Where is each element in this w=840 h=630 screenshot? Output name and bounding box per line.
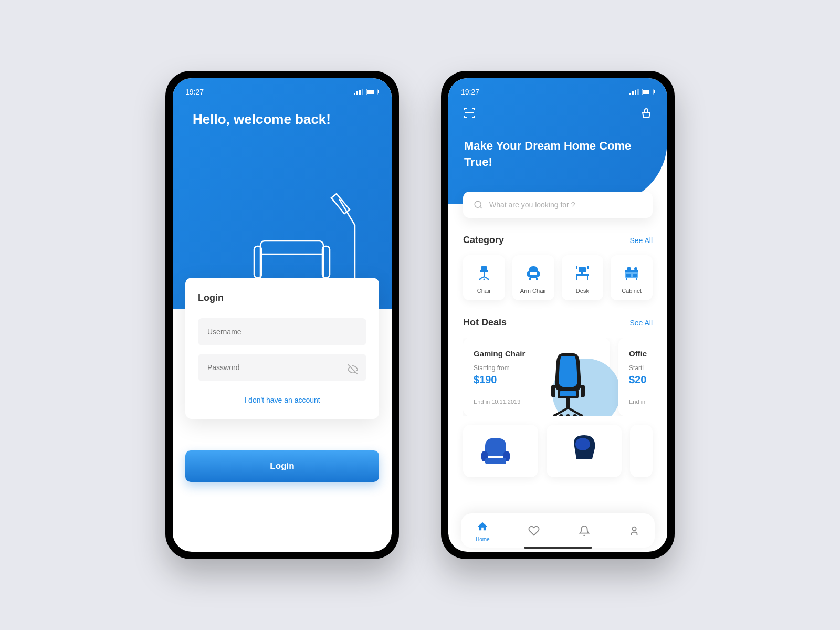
- svg-rect-59: [566, 398, 570, 408]
- armchair-icon: [523, 262, 543, 282]
- category-label: Arm Chair: [520, 288, 547, 294]
- home-screen: 19:27 Make Your Dream Home Come True!: [448, 78, 667, 552]
- gaming-chair-image: [537, 348, 605, 416]
- home-title: Make Your Dream Home Come True!: [448, 128, 667, 181]
- desk-icon: [572, 262, 592, 282]
- login-button[interactable]: Login: [185, 450, 379, 482]
- login-screen: 19:27 Hello, welcome back!: [173, 78, 392, 552]
- deal-price: $20: [629, 374, 653, 386]
- svg-point-63: [559, 414, 563, 416]
- svg-point-54: [634, 267, 637, 270]
- cabinet-icon: [622, 262, 642, 282]
- svg-rect-2: [359, 90, 361, 95]
- phone-frame-login: 19:27 Hello, welcome back!: [165, 71, 399, 559]
- svg-rect-10: [260, 241, 323, 283]
- svg-rect-5: [368, 90, 374, 94]
- category-see-all[interactable]: See All: [629, 236, 653, 245]
- nav-profile[interactable]: [628, 525, 640, 539]
- svg-rect-58: [581, 385, 585, 397]
- signal-icon: [629, 89, 639, 95]
- basket-icon[interactable]: [640, 107, 653, 121]
- nav-favorites[interactable]: [528, 525, 540, 539]
- svg-rect-45: [576, 266, 577, 269]
- svg-rect-25: [654, 90, 655, 93]
- bell-icon: [579, 525, 590, 539]
- category-desk[interactable]: Desk: [562, 255, 604, 300]
- svg-rect-22: [637, 89, 639, 95]
- deal-card-office[interactable]: Offic Starti $20 End in: [618, 338, 653, 416]
- login-greeting: Hello, welcome back!: [173, 100, 392, 139]
- product-card[interactable]: [630, 425, 653, 477]
- svg-point-27: [475, 201, 481, 207]
- svg-rect-21: [635, 90, 636, 95]
- status-time: 19:27: [461, 88, 479, 96]
- product-card[interactable]: [547, 425, 622, 477]
- eye-off-icon[interactable]: [348, 364, 358, 377]
- svg-rect-46: [587, 266, 589, 269]
- password-input[interactable]: [198, 354, 366, 381]
- scan-icon[interactable]: [463, 107, 476, 121]
- svg-rect-37: [529, 275, 538, 278]
- svg-rect-42: [576, 274, 589, 276]
- status-bar: 19:27: [448, 78, 667, 100]
- product-row: [448, 425, 667, 477]
- deal-end: End in: [629, 398, 653, 405]
- no-account-link[interactable]: I don't have an account: [198, 396, 366, 404]
- nav-home-label: Home: [476, 537, 490, 542]
- login-card: Login I don't have an account: [185, 278, 379, 419]
- svg-rect-41: [581, 272, 583, 274]
- svg-rect-20: [632, 91, 634, 95]
- category-chair[interactable]: Chair: [463, 255, 505, 300]
- search-box[interactable]: [463, 192, 653, 218]
- category-title: Category: [463, 235, 504, 246]
- category-armchair[interactable]: Arm Chair: [512, 255, 554, 300]
- deals-title: Hot Deals: [463, 317, 507, 328]
- username-input[interactable]: [198, 318, 366, 345]
- svg-point-68: [575, 438, 590, 450]
- svg-rect-6: [378, 90, 379, 93]
- chair-icon: [474, 262, 494, 282]
- deal-card-gaming-chair[interactable]: Gaming Chair Starting from $190 End in 1…: [463, 338, 610, 416]
- nav-home[interactable]: Home: [476, 521, 490, 542]
- user-icon: [628, 525, 640, 539]
- svg-line-28: [480, 206, 481, 208]
- category-cabinet[interactable]: Cabinet: [611, 255, 653, 300]
- deal-sub: Starti: [629, 364, 653, 372]
- deal-title: Offic: [629, 349, 653, 358]
- home-header: 19:27 Make Your Dream Home Come True!: [448, 78, 667, 204]
- svg-rect-1: [356, 91, 358, 95]
- home-indicator: [524, 547, 592, 549]
- svg-rect-50: [633, 274, 637, 277]
- login-header: 19:27 Hello, welcome back!: [173, 78, 392, 309]
- svg-rect-24: [643, 90, 649, 94]
- home-icon: [477, 521, 488, 534]
- status-time: 19:27: [185, 88, 204, 96]
- search-icon: [474, 200, 483, 209]
- svg-point-34: [483, 279, 485, 280]
- search-input[interactable]: [489, 201, 642, 209]
- nav-notifications[interactable]: [579, 525, 590, 539]
- product-card[interactable]: [463, 425, 538, 477]
- svg-rect-39: [536, 278, 538, 280]
- svg-rect-51: [626, 278, 627, 280]
- deals-see-all[interactable]: See All: [629, 319, 653, 327]
- phone-frame-home: 19:27 Make Your Dream Home Come True!: [441, 71, 675, 559]
- chair-icon: [561, 433, 608, 469]
- svg-rect-43: [576, 276, 578, 280]
- deals-section: Hot Deals See All Gaming Chair Starting …: [448, 317, 667, 416]
- home-topbar: [448, 100, 667, 128]
- svg-rect-67: [485, 458, 506, 464]
- svg-rect-44: [587, 276, 588, 280]
- svg-point-69: [632, 527, 636, 530]
- login-card-title: Login: [198, 292, 366, 303]
- svg-rect-57: [551, 385, 555, 397]
- svg-rect-0: [354, 93, 355, 95]
- svg-point-33: [487, 279, 489, 280]
- status-icons: [354, 89, 379, 95]
- svg-point-32: [479, 279, 480, 280]
- svg-rect-53: [627, 267, 631, 270]
- bottom-nav: Home: [461, 513, 655, 548]
- svg-rect-48: [625, 270, 638, 272]
- category-label: Desk: [576, 288, 589, 294]
- category-section: Category See All Chair Arm Chair: [448, 235, 667, 300]
